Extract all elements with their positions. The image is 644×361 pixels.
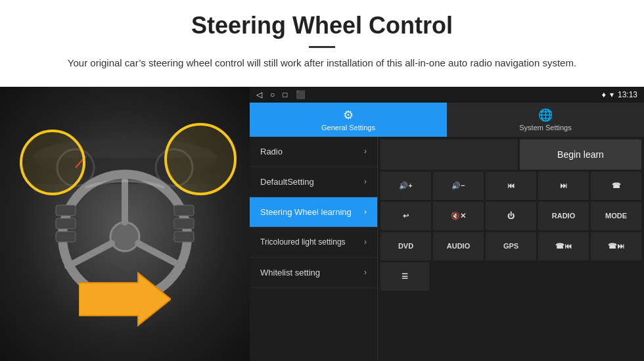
tab-system[interactable]: 🌐 System Settings <box>447 103 644 137</box>
controls-row-2: 🔊+ 🔊− ⏮ ⏭ ☎ <box>380 172 641 200</box>
chevron-icon: › <box>364 237 367 247</box>
svg-rect-14 <box>174 218 194 229</box>
chevron-icon: › <box>364 177 367 186</box>
location-icon: ♦ <box>602 90 606 99</box>
tel-next-icon: ☎⏭ <box>608 242 624 251</box>
arrow-svg <box>79 266 171 332</box>
svg-marker-16 <box>79 273 171 325</box>
page-title: Steering Wheel Control <box>39 12 605 39</box>
home-icon: ○ <box>270 90 275 99</box>
title-divider <box>309 46 335 48</box>
svg-line-9 <box>138 243 182 266</box>
svg-rect-12 <box>56 231 76 242</box>
next-track-button[interactable]: ⏭ <box>538 172 589 200</box>
audio-button[interactable]: AUDIO <box>433 232 484 260</box>
mute-button[interactable]: 🔇✕ <box>433 202 484 230</box>
mode-label: MODE <box>605 212 627 220</box>
hang-up-button[interactable]: ↩ <box>380 202 431 230</box>
menu-item-whitelist[interactable]: Whitelist setting › <box>250 258 377 288</box>
tel-prev-icon: ☎⏮ <box>555 242 572 251</box>
prev-track-icon: ⏮ <box>507 181 515 189</box>
power-icon: ⏻ <box>507 212 515 220</box>
tab-general-label: General Settings <box>321 124 375 132</box>
svg-rect-10 <box>56 205 76 216</box>
chevron-icon: › <box>364 147 367 156</box>
phone-icon: ☎ <box>612 181 621 190</box>
gps-label: GPS <box>503 242 518 250</box>
back-icon: ◁ <box>256 90 262 99</box>
tab-bar: ⚙ General Settings 🌐 System Settings <box>250 103 644 137</box>
hang-up-icon: ↩ <box>403 212 409 220</box>
volume-up-icon: 🔊+ <box>399 181 412 190</box>
screenshot-icon: ⬛ <box>296 90 306 99</box>
power-button[interactable]: ⏻ <box>486 202 536 230</box>
menu-item-defaultsetting[interactable]: DefaultSetting › <box>250 167 377 197</box>
dvd-button[interactable]: DVD <box>380 232 431 260</box>
controls-row-3: ↩ 🔇✕ ⏻ RADIO MODE <box>380 202 641 230</box>
arrow-container <box>79 266 171 335</box>
volume-down-button[interactable]: 🔊− <box>433 172 484 200</box>
recents-icon: □ <box>283 90 287 99</box>
audio-label: AUDIO <box>447 242 470 250</box>
header-section: Steering Wheel Control Your original car… <box>0 0 644 78</box>
tab-general[interactable]: ⚙ General Settings <box>250 103 447 137</box>
svg-rect-13 <box>174 205 194 216</box>
right-controls-panel: Begin learn 🔊+ 🔊− ⏮ <box>378 137 644 362</box>
menu-item-radio[interactable]: Radio › <box>250 137 377 167</box>
system-settings-icon: 🌐 <box>538 108 553 122</box>
wifi-icon: ▾ <box>610 90 614 99</box>
begin-learn-button[interactable]: Begin learn <box>520 139 641 170</box>
status-bar-left: ◁ ○ □ ⬛ <box>256 90 306 99</box>
empty-slot <box>380 139 518 170</box>
chevron-icon: › <box>364 268 367 277</box>
chevron-icon: › <box>364 207 367 216</box>
svg-point-6 <box>110 222 139 251</box>
left-menu: Radio › DefaultSetting › Steering Wheel … <box>250 137 378 362</box>
dvd-label: DVD <box>398 242 413 250</box>
menu-item-tricoloured[interactable]: Tricoloured light settings › <box>250 228 377 258</box>
radio-mode-button[interactable]: RADIO <box>538 202 589 230</box>
radio-label: RADIO <box>552 212 575 220</box>
controls-row-1: Begin learn <box>380 139 641 170</box>
general-settings-icon: ⚙ <box>343 108 354 122</box>
subtitle: Your original car’s steering wheel contr… <box>66 56 578 71</box>
svg-rect-11 <box>56 218 76 229</box>
volume-up-button[interactable]: 🔊+ <box>380 172 431 200</box>
controls-row-5: ☰ <box>380 262 641 291</box>
list-button[interactable]: ☰ <box>380 262 429 291</box>
tel-prev-button[interactable]: ☎⏮ <box>538 232 589 260</box>
status-bar: ◁ ○ □ ⬛ ♦ ▾ 13:13 <box>250 87 644 103</box>
controls-row-4: DVD AUDIO GPS ☎⏮ ☎⏭ <box>380 232 641 260</box>
content-area: ◁ ○ □ ⬛ ♦ ▾ 13:13 ⚙ General Settings <box>0 87 644 362</box>
yellow-circle-right <box>164 123 237 195</box>
prev-track-button[interactable]: ⏮ <box>486 172 536 200</box>
call-button[interactable]: ☎ <box>591 172 641 200</box>
gps-button[interactable]: GPS <box>486 232 536 260</box>
mute-icon: 🔇✕ <box>451 212 466 220</box>
menu-item-steering[interactable]: Steering Wheel learning › <box>250 197 377 228</box>
volume-down-icon: 🔊− <box>451 181 465 190</box>
menu-controls-area: Radio › DefaultSetting › Steering Wheel … <box>250 137 644 362</box>
status-bar-right: ♦ ▾ 13:13 <box>602 90 637 99</box>
tab-system-label: System Settings <box>519 124 571 132</box>
android-ui-panel: ◁ ○ □ ⬛ ♦ ▾ 13:13 ⚙ General Settings <box>250 87 644 362</box>
car-image-panel <box>0 87 250 362</box>
list-icon: ☰ <box>402 272 408 281</box>
tel-next-button[interactable]: ☎⏭ <box>591 232 641 260</box>
next-track-icon: ⏭ <box>560 181 567 189</box>
status-time: 13:13 <box>618 90 637 99</box>
svg-rect-15 <box>174 231 194 242</box>
svg-line-8 <box>68 243 112 266</box>
page-container: Steering Wheel Control Your original car… <box>0 0 644 361</box>
yellow-circle-left <box>20 130 85 195</box>
mode-button[interactable]: MODE <box>591 202 641 230</box>
